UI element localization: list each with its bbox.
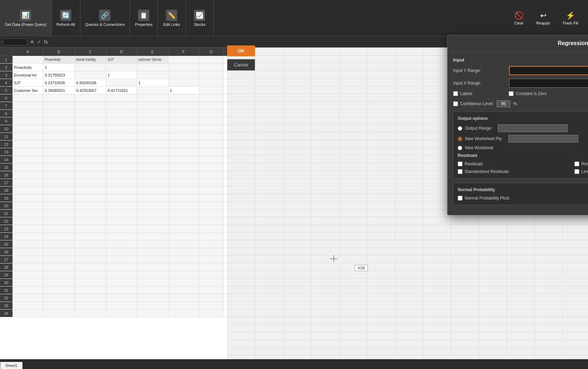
list-item[interactable] — [106, 225, 137, 232]
list-item[interactable] — [106, 294, 137, 302]
list-item[interactable]: Emotional Int — [13, 71, 43, 79]
list-item[interactable] — [168, 64, 199, 71]
list-item[interactable] — [168, 217, 199, 225]
list-item[interactable] — [106, 310, 137, 317]
list-item[interactable] — [137, 110, 168, 117]
list-item[interactable] — [199, 148, 224, 155]
list-item[interactable] — [75, 225, 106, 232]
name-box[interactable] — [3, 38, 27, 45]
list-item[interactable] — [199, 225, 224, 232]
list-item[interactable] — [75, 148, 106, 155]
list-item[interactable] — [75, 271, 106, 278]
list-item[interactable] — [199, 117, 224, 125]
list-item[interactable] — [13, 225, 43, 232]
stocks-button[interactable]: 📈 Stocks — [186, 0, 214, 36]
list-item[interactable] — [199, 140, 224, 148]
queries-button[interactable]: 🔗 Queries & Connections — [80, 0, 130, 36]
list-item[interactable] — [137, 225, 168, 232]
list-item[interactable] — [13, 148, 43, 155]
list-item[interactable] — [43, 271, 75, 278]
col-header-f[interactable]: F — [168, 48, 199, 56]
list-item[interactable] — [106, 194, 137, 202]
list-item[interactable] — [137, 102, 168, 109]
list-item[interactable] — [106, 156, 137, 163]
list-item[interactable] — [199, 202, 224, 209]
list-item[interactable]: Proactivity — [13, 64, 43, 71]
refresh-all-button[interactable]: 🔄 Refresh All — [52, 0, 80, 36]
list-item[interactable] — [137, 287, 168, 294]
list-item[interactable] — [106, 302, 137, 309]
list-item[interactable] — [106, 187, 137, 194]
list-item[interactable] — [13, 125, 43, 132]
list-item[interactable] — [199, 179, 224, 186]
list-item[interactable] — [137, 279, 168, 286]
list-item[interactable] — [75, 125, 106, 132]
list-item[interactable] — [199, 256, 224, 263]
list-item[interactable] — [199, 133, 224, 140]
list-item[interactable] — [106, 233, 137, 240]
list-item[interactable] — [199, 248, 224, 255]
list-item[interactable]: Proactivity — [43, 56, 75, 63]
line-fit-checkbox[interactable] — [574, 169, 579, 174]
list-item[interactable] — [199, 187, 224, 194]
list-item[interactable]: 0.42553057 — [75, 87, 106, 94]
list-item[interactable] — [106, 148, 137, 155]
list-item[interactable] — [43, 164, 75, 171]
list-item[interactable] — [106, 279, 137, 286]
list-item[interactable]: 0.23733935 — [43, 79, 75, 86]
list-item[interactable] — [137, 187, 168, 194]
list-item[interactable] — [106, 210, 137, 217]
list-item[interactable] — [75, 133, 106, 140]
list-item[interactable] — [75, 256, 106, 263]
col-header-a[interactable]: A — [13, 48, 43, 56]
list-item[interactable] — [168, 225, 199, 232]
list-item[interactable] — [168, 102, 199, 109]
line-fit-checkbox-item[interactable]: Line Fit Plots — [574, 169, 588, 174]
list-item[interactable] — [137, 210, 168, 217]
list-item[interactable] — [137, 64, 168, 71]
list-item[interactable] — [137, 164, 168, 171]
list-item[interactable] — [13, 156, 43, 163]
col-header-e[interactable]: E — [137, 48, 168, 56]
list-item[interactable] — [199, 210, 224, 217]
list-item[interactable] — [13, 210, 43, 217]
list-item[interactable]: 0.41731921 — [106, 87, 137, 94]
y-range-input[interactable] — [509, 66, 588, 75]
list-item[interactable] — [43, 110, 75, 117]
list-item[interactable] — [168, 271, 199, 278]
list-item[interactable] — [106, 117, 137, 125]
col-header-g[interactable]: G — [199, 48, 224, 56]
x-range-input[interactable] — [509, 79, 588, 88]
list-item[interactable] — [106, 202, 137, 209]
list-item[interactable] — [43, 256, 75, 263]
list-item[interactable] — [43, 217, 75, 225]
list-item[interactable] — [137, 263, 168, 271]
normal-probability-plots-checkbox[interactable] — [458, 196, 463, 201]
normal-probability-plots-checkbox-item[interactable]: Normal Probability Plots — [458, 196, 588, 201]
list-item[interactable] — [168, 79, 199, 86]
list-item[interactable] — [137, 271, 168, 278]
list-item[interactable] — [43, 310, 75, 317]
output-range-input[interactable] — [498, 124, 568, 132]
clear-button[interactable]: 🚫 Clear — [511, 10, 527, 27]
residual-plots-checkbox[interactable] — [574, 161, 579, 166]
output-range-radio[interactable] — [458, 126, 462, 131]
list-item[interactable] — [13, 217, 43, 225]
list-item[interactable] — [13, 133, 43, 140]
list-item[interactable] — [106, 164, 137, 171]
insert-function-icon[interactable]: fx — [44, 39, 48, 45]
list-item[interactable] — [168, 210, 199, 217]
list-item[interactable] — [106, 271, 137, 278]
list-item[interactable] — [75, 279, 106, 286]
list-item[interactable] — [137, 256, 168, 263]
list-item[interactable] — [13, 94, 43, 102]
sheet-tab-1[interactable]: Sheet1 — [0, 362, 23, 369]
list-item[interactable] — [43, 117, 75, 125]
list-item[interactable]: 1 — [43, 64, 75, 71]
list-item[interactable]: SJT — [13, 79, 43, 86]
new-worksheet-input[interactable] — [508, 135, 578, 143]
list-item[interactable] — [43, 194, 75, 202]
labels-checkbox-item[interactable]: Labels — [453, 91, 472, 96]
list-item[interactable] — [75, 102, 106, 109]
list-item[interactable] — [199, 302, 224, 309]
